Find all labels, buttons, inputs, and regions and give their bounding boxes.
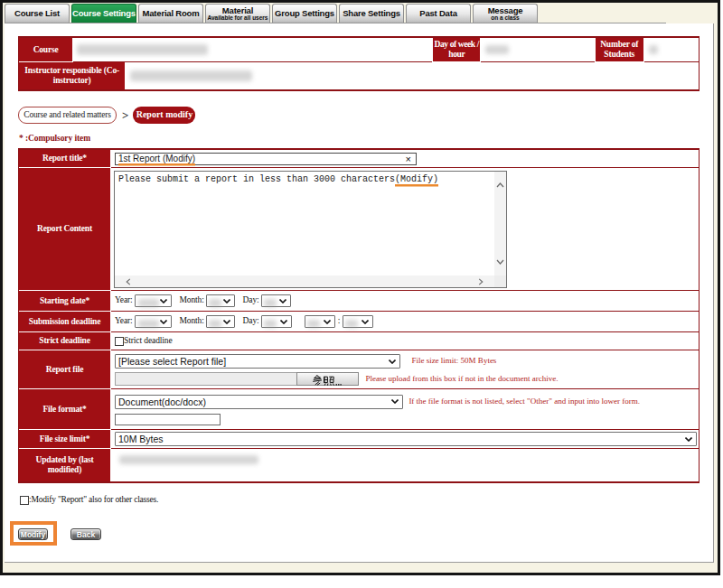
label-text: Strict deadline (39, 336, 89, 345)
redacted-text (209, 299, 221, 307)
deadline-day-select[interactable] (261, 315, 292, 328)
label-text: Updated by (last (36, 455, 94, 464)
tab-sublabel: Available for all users (206, 14, 269, 21)
updated-by-value (111, 449, 699, 481)
tab-label: Course List (5, 8, 69, 18)
scroll-left-icon[interactable] (126, 278, 131, 285)
day-of-week-label: Day of week /hour (432, 38, 481, 62)
redacted-text (307, 320, 320, 328)
strict-deadline-label: Strict deadline (19, 332, 111, 350)
other-classes-checkbox[interactable] (20, 496, 29, 505)
scroll-right-icon[interactable] (478, 278, 484, 285)
dropdown-arrow-icon (279, 299, 286, 303)
starting-month-select[interactable] (206, 294, 235, 307)
scroll-down-icon[interactable] (496, 259, 504, 265)
report-content-textarea[interactable]: Please submit a report in less than 3000… (114, 171, 507, 288)
tab-course-list[interactable]: Course List (5, 4, 70, 23)
tab-group-settings[interactable]: Group Settings (272, 4, 337, 23)
report-content-text-main: Please submit a report in less than 3000… (118, 174, 395, 184)
tab-material-room[interactable]: Material Room (138, 4, 203, 23)
strict-deadline-cell: Strict deadline (111, 332, 699, 350)
strict-deadline-checkbox[interactable] (115, 337, 124, 346)
redacted-text (119, 455, 258, 464)
dropdown-arrow-icon (324, 320, 331, 324)
file-format-cell: Document(doc/docx) If the file format is… (111, 389, 699, 430)
instructor-value (126, 62, 699, 89)
deadline-month-select[interactable] (206, 315, 235, 328)
dropdown-arrow-icon (391, 399, 399, 404)
file-size-limit-select[interactable]: 10M Bytes (115, 432, 697, 446)
dropdown-arrow-icon (223, 299, 230, 303)
tab-label: Past Data (407, 8, 470, 18)
clear-input-icon[interactable]: × (406, 154, 411, 164)
time-separator: : (338, 316, 341, 325)
dropdown-arrow-icon (362, 320, 369, 324)
label-text: Day of week / (435, 40, 479, 49)
breadcrumb-current-button[interactable]: Report modify (133, 107, 195, 124)
file-format-other-input[interactable] (115, 414, 221, 425)
starting-day-select[interactable] (261, 294, 291, 307)
dropdown-arrow-icon (685, 437, 692, 442)
breadcrumb-parent-button[interactable]: Course and related matters (18, 107, 117, 124)
label-text: Report title* (42, 154, 87, 163)
starting-date-label: Starting date* (19, 291, 111, 312)
strict-deadline-checkbox-label: Strict deadline (124, 336, 173, 345)
scrollbar-corner (494, 275, 506, 287)
label-text: modified) (48, 465, 81, 474)
dropdown-arrow-icon (160, 299, 167, 303)
label-text: Instructor responsible (Co- (24, 66, 119, 75)
redacted-text (485, 45, 509, 54)
report-file-select[interactable]: [Please select Report file] (115, 354, 400, 369)
file-size-note: File size limit: 50M Bytes (411, 356, 496, 365)
starting-year-select[interactable] (135, 294, 172, 307)
vertical-scrollbar[interactable] (494, 172, 506, 275)
course-label: Course (19, 38, 73, 62)
deadline-minute-select[interactable] (343, 315, 373, 328)
modify-button[interactable]: Modify (18, 528, 48, 540)
report-title-input[interactable]: 1st Report (Modify) × (115, 153, 417, 165)
page-frame: Course List Course Settings Material Roo… (0, 0, 720, 575)
label-text: instructor) (53, 76, 91, 85)
file-format-select[interactable]: Document(doc/docx) (115, 395, 403, 409)
dropdown-arrow-icon (223, 320, 230, 324)
deadline-hour-select[interactable] (305, 315, 335, 328)
horizontal-scrollbar[interactable] (115, 275, 494, 287)
students-label: Number ofStudents (595, 38, 644, 62)
file-format-note: If the file format is not listed, select… (408, 397, 640, 406)
label-text: Starting date* (40, 296, 89, 305)
report-file-label: Report file (19, 350, 111, 389)
file-size-limit-label: File size limit* (19, 430, 111, 449)
course-value (73, 38, 432, 62)
tab-course-settings[interactable]: Course Settings (71, 4, 136, 23)
submission-deadline-cell: Year: Month: Day: : (111, 312, 699, 332)
content-panel: Course Day of week /hour Number ofStuden… (5, 23, 714, 563)
label-text: Number of (600, 40, 638, 49)
compulsory-note: * :Compulsory item (19, 134, 90, 143)
report-content-text: Please submit a report in less than 3000… (118, 174, 438, 184)
browse-button[interactable] (296, 372, 359, 386)
day-label: Day: (243, 316, 259, 325)
tab-material[interactable]: MaterialAvailable for all users (205, 4, 270, 23)
scroll-up-icon[interactable] (496, 182, 504, 188)
tab-share-settings[interactable]: Share Settings (339, 4, 404, 23)
select-value: [Please select Report file] (118, 356, 226, 367)
back-button[interactable]: Back (70, 528, 101, 540)
tab-label: Material (206, 6, 269, 14)
file-upload-field[interactable] (115, 372, 296, 386)
tab-bar: Course List Course Settings Material Roo… (5, 4, 666, 24)
report-file-cell: [Please select Report file] File size li… (111, 350, 699, 389)
month-label: Month: (179, 295, 203, 304)
tab-past-data[interactable]: Past Data (406, 4, 471, 23)
other-classes-label: :Modify "Report" also for other classes. (29, 495, 158, 504)
deadline-year-select[interactable] (135, 315, 172, 328)
redacted-text (130, 70, 252, 81)
dropdown-arrow-icon (280, 320, 287, 324)
browse-button-kanji-icon (313, 375, 343, 386)
report-title-label: Report title* (19, 150, 111, 168)
breadcrumb: Course and related matters > Report modi… (18, 107, 195, 124)
day-label: Day: (243, 295, 259, 304)
starting-date-cell: Year: Month: Day: (111, 291, 699, 312)
tab-message[interactable]: Messageon a class (473, 4, 538, 23)
course-info-table: Course Day of week /hour Number ofStuden… (18, 36, 700, 91)
tab-label: Material Room (139, 8, 202, 18)
